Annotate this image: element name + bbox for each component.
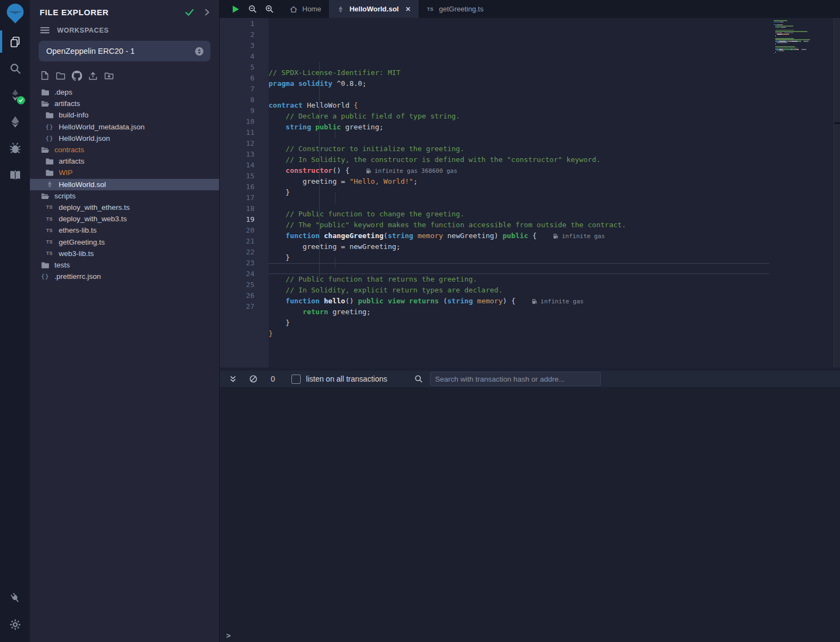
solidity-compiler-button[interactable] [0,82,30,108]
zoom-out-icon[interactable] [248,4,257,14]
code-line[interactable]: greeting = newGreeting; [269,241,769,252]
code-line[interactable]: function changeGreeting(string memory ne… [269,230,769,241]
transaction-search-input[interactable] [430,372,601,386]
line-number[interactable]: 16 [220,182,269,192]
tree-item-tests[interactable]: tests [30,259,219,271]
tree-item-artifacts[interactable]: artifacts [30,155,219,167]
line-number[interactable]: 4 [220,51,269,62]
close-icon[interactable]: ✕ [405,5,410,13]
code-line[interactable]: } [269,317,769,328]
code-line[interactable]: string public greeting; [269,122,769,133]
code-line[interactable]: greeting = "Hello, World!"; [269,176,769,187]
line-number[interactable]: 27 [220,301,269,312]
code-line[interactable]: // Declare a public field of type string… [269,111,769,122]
plugin-manager-button[interactable] [0,584,30,611]
code-line[interactable] [269,350,769,361]
debugger-button[interactable] [0,135,30,161]
code-line[interactable]: // In Solidity, explicit return types ar… [269,285,769,296]
tree-item-ethers-lib-ts[interactable]: TSethers-lib.ts [30,225,219,236]
code-line[interactable] [269,133,769,144]
tree-item-getgreeting-ts[interactable]: TSgetGreeting.ts [30,236,219,247]
line-number-gutter[interactable]: 1234567891011121314151617181920212223242… [220,18,269,367]
line-number[interactable]: 26 [220,290,269,301]
tab-helloworld-sol[interactable]: HelloWorld.sol✕ [329,0,419,18]
code-line[interactable]: return greeting; [269,307,769,317]
line-number[interactable]: 25 [220,279,269,290]
tree-item--deps[interactable]: .deps [30,86,219,98]
settings-button[interactable] [0,611,30,638]
code-line[interactable] [269,263,769,274]
code-line[interactable] [269,89,769,100]
tree-item-helloworld-json[interactable]: {}HelloWorld.json [30,133,219,144]
code-line[interactable]: } [269,187,769,198]
create-folder-icon[interactable] [55,71,66,81]
code-line[interactable]: contract HelloWorld { [269,100,769,111]
tree-item-contracts[interactable]: contracts [30,144,219,155]
code-line[interactable]: pragma solidity ^0.8.0; [269,78,769,89]
line-number[interactable]: 15 [220,171,269,182]
deploy-run-button[interactable] [0,108,30,135]
editor-scrollbar[interactable] [833,18,840,367]
code-line[interactable]: // SPDX-License-Identifier: MIT [269,67,769,78]
clone-github-icon[interactable] [72,71,82,81]
remix-logo-icon[interactable] [0,0,30,28]
code-line[interactable]: // The "public" keyword makes the functi… [269,220,769,230]
line-number[interactable]: 8 [220,95,269,105]
line-number[interactable]: 21 [220,236,269,247]
tree-item-build-info[interactable]: build-info [30,109,219,121]
code-content[interactable]: // SPDX-License-Identifier: MITpragma so… [269,18,769,367]
code-line[interactable]: // In Solidity, the constructor is defin… [269,154,769,165]
upload-file-icon[interactable] [88,71,98,81]
upload-folder-icon[interactable] [104,71,114,81]
tree-item-helloworld-sol[interactable]: HelloWorld.sol [30,179,219,190]
code-line[interactable]: } [269,252,769,263]
line-number[interactable]: 20 [220,225,269,236]
line-number[interactable]: 24 [220,269,269,279]
line-number[interactable]: 5 [220,62,269,73]
line-number[interactable]: 2 [220,29,269,40]
tab-home[interactable]: Home [282,0,329,18]
listen-transactions-checkbox[interactable] [291,375,301,384]
minimap[interactable] [769,20,833,57]
line-number[interactable]: 6 [220,73,269,84]
tab-getgreeting-ts[interactable]: TSgetGreeting.ts [419,0,491,18]
line-number[interactable]: 19 [220,214,269,225]
code-line[interactable] [269,339,769,350]
plugin-docs-button[interactable] [0,161,30,188]
line-number[interactable]: 14 [220,160,269,171]
code-line[interactable]: // Constructor to initialize the greetin… [269,144,769,154]
line-number[interactable]: 3 [220,40,269,51]
workspace-select[interactable]: OpenZeppelin ERC20 - 1 [39,41,210,61]
clear-terminal-icon[interactable] [249,375,258,383]
line-number[interactable]: 11 [220,127,269,138]
code-line[interactable] [269,198,769,209]
zoom-in-icon[interactable] [265,4,274,14]
workspaces-menu-icon[interactable] [40,26,50,34]
tree-item--prettierrc-json[interactable]: {}.prettierrc.json [30,271,219,282]
code-line[interactable]: function hello() public view returns (st… [269,296,769,307]
line-number[interactable]: 10 [220,116,269,127]
line-number[interactable]: 1 [220,18,269,29]
terminal-output[interactable]: > [220,387,840,642]
tree-item-artifacts[interactable]: artifacts [30,98,219,109]
chevron-right-icon[interactable] [202,8,211,17]
line-number[interactable]: 17 [220,192,269,203]
line-number[interactable]: 23 [220,258,269,269]
line-number[interactable]: 13 [220,149,269,160]
code-line[interactable]: // Public function that returns the gree… [269,274,769,285]
tree-item-deploy-with-web3-ts[interactable]: TSdeploy_with_web3.ts [30,213,219,225]
line-number[interactable]: 12 [220,138,269,149]
tree-item-web3-lib-ts[interactable]: TSweb3-lib.ts [30,248,219,259]
tree-item-deploy-with-ethers-ts[interactable]: TSdeploy_with_ethers.ts [30,202,219,213]
file-explorer-button[interactable] [0,28,30,55]
tree-item-helloworld-metadata-json[interactable]: {}HelloWorld_metadata.json [30,121,219,133]
line-number[interactable]: 18 [220,203,269,214]
code-line[interactable]: } [269,328,769,339]
search-button[interactable] [0,55,30,82]
code-line[interactable]: constructor() {infinite gas 368600 gas [269,165,769,176]
run-script-button[interactable] [231,4,240,14]
collapse-terminal-icon[interactable] [229,375,237,383]
tree-item-scripts[interactable]: scripts [30,190,219,202]
line-number[interactable]: 9 [220,105,269,116]
code-line[interactable]: // Public function to change the greetin… [269,209,769,220]
